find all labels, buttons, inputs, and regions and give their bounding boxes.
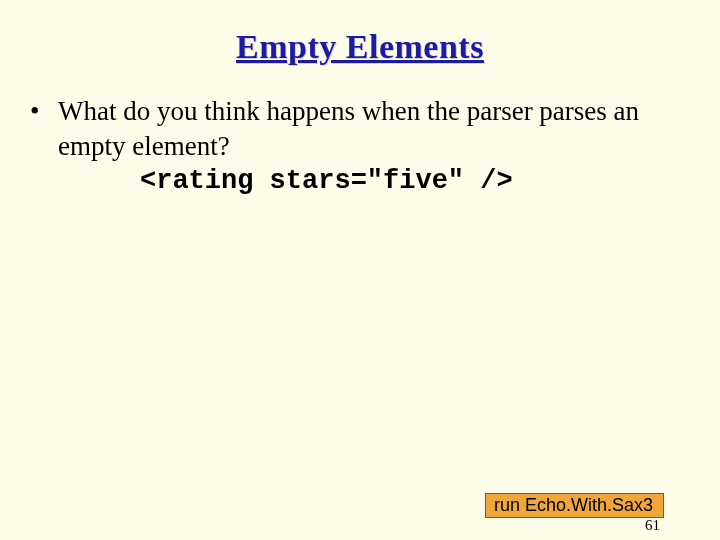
bullet-marker: • bbox=[24, 94, 58, 129]
bullet-item: • What do you think happens when the par… bbox=[24, 94, 696, 164]
run-button[interactable]: run Echo.With.Sax3 bbox=[485, 493, 664, 518]
page-number: 61 bbox=[645, 517, 660, 534]
slide-title: Empty Elements bbox=[0, 0, 720, 66]
slide-body: • What do you think happens when the par… bbox=[0, 66, 720, 196]
slide: Empty Elements • What do you think happe… bbox=[0, 0, 720, 540]
bullet-text: What do you think happens when the parse… bbox=[58, 94, 696, 164]
code-example: <rating stars="five" /> bbox=[24, 164, 696, 196]
